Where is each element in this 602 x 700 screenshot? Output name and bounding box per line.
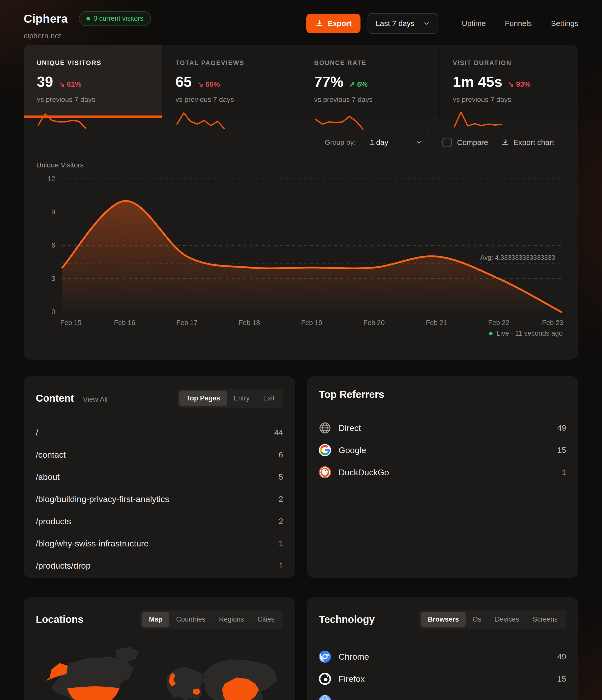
technology-panel: Technology Browsers Os Devices Screens — [307, 597, 578, 700]
svg-text:0: 0 — [51, 308, 55, 316]
page-row[interactable]: /44 — [36, 421, 283, 444]
browser-globe-icon — [319, 695, 331, 700]
page-row[interactable]: /blog/building-privacy-first-analytics2 — [36, 488, 283, 510]
tab-exit[interactable]: Exit — [256, 391, 281, 406]
svg-text:Feb 15: Feb 15 — [60, 319, 81, 327]
download-icon — [501, 139, 509, 147]
stat-tab-unique-visitors[interactable]: UNIQUE VISITORS 39 ↘ 61% vs previous 7 d… — [24, 45, 162, 118]
analytics-dashboard: Ciphera 0 current visitors ciphera.net E… — [0, 0, 602, 700]
svg-text:9: 9 — [51, 208, 55, 216]
stat-compare-label: vs previous 7 days — [37, 96, 149, 104]
stat-delta: ↘ 93% — [508, 80, 531, 89]
group-by-value: 1 day — [370, 138, 388, 147]
referrers-panel: Top Referrers Direct 49 — [307, 376, 578, 578]
page-row[interactable]: /about5 — [36, 466, 283, 488]
tab-cities[interactable]: Cities — [251, 612, 281, 627]
nav-funnels[interactable]: Funnels — [505, 19, 532, 28]
header: Ciphera 0 current visitors ciphera.net E… — [24, 0, 578, 45]
svg-text:Feb 17: Feb 17 — [176, 319, 198, 327]
tab-os[interactable]: Os — [466, 612, 488, 627]
export-label: Export — [327, 19, 351, 28]
content-tabs: Top Pages Entry Exit — [177, 389, 283, 408]
header-divider — [450, 17, 450, 30]
referrers-list: Direct 49 Google 15 — [319, 417, 566, 483]
browser-row[interactable]: Firefox 15 — [319, 668, 566, 690]
browser-row-cutoff[interactable] — [319, 690, 566, 700]
tab-countries[interactable]: Countries — [169, 612, 212, 627]
download-icon — [316, 19, 323, 27]
locations-panel: Locations Map Countries Regions Cities — [24, 597, 295, 700]
chart-controls: Group by: 1 day Compare Export chart — [36, 130, 566, 155]
world-map[interactable] — [36, 642, 283, 700]
referrer-row[interactable]: Direct 49 — [319, 417, 566, 439]
panels-row-2: Locations Map Countries Regions Cities — [24, 597, 578, 700]
referrer-row[interactable]: DuckDuckGo 1 — [319, 461, 566, 483]
svg-text:Feb 21: Feb 21 — [426, 319, 447, 327]
technology-title: Technology — [319, 614, 375, 625]
nav-settings[interactable]: Settings — [551, 19, 578, 28]
date-range-select[interactable]: Last 7 days — [368, 13, 438, 34]
header-actions: Export Last 7 days Uptime Funnels Settin… — [306, 13, 578, 34]
stat-value: 39 — [37, 73, 53, 90]
tab-regions[interactable]: Regions — [212, 612, 251, 627]
stat-tab-visit-duration[interactable]: VISIT DURATION 1m 45s ↘ 93% vs previous … — [440, 45, 578, 118]
stat-delta: ↗ 6% — [349, 80, 368, 89]
tab-browsers[interactable]: Browsers — [421, 612, 466, 627]
brand-title: Ciphera — [24, 12, 68, 25]
stat-compare-label: vs previous 7 days — [314, 96, 426, 104]
stat-delta: ↘ 66% — [197, 80, 220, 89]
tab-devices[interactable]: Devices — [488, 612, 526, 627]
site-domain: ciphera.net — [24, 31, 151, 40]
brand-block: Ciphera 0 current visitors ciphera.net — [24, 11, 151, 40]
unique-visitors-chart[interactable]: 036912Avg: 4.333333333333333Feb 15Feb 16… — [36, 169, 566, 328]
stat-label: TOTAL PAGEVIEWS — [175, 59, 287, 67]
stat-tab-bounce-rate[interactable]: BOUNCE RATE 77% ↗ 6% vs previous 7 days — [301, 45, 440, 118]
compare-label: Compare — [457, 138, 488, 147]
compare-control: Compare — [443, 138, 488, 147]
svg-text:Feb 16: Feb 16 — [114, 319, 135, 327]
tab-top-pages[interactable]: Top Pages — [179, 391, 227, 406]
compare-checkbox[interactable] — [443, 138, 452, 147]
page-row[interactable]: /contact6 — [36, 444, 283, 466]
locations-title: Locations — [36, 614, 83, 625]
page-row[interactable]: /products/drop1 — [36, 554, 283, 577]
live-dot-icon — [86, 17, 90, 20]
stat-compare-label: vs previous 7 days — [453, 96, 565, 104]
nav-uptime[interactable]: Uptime — [462, 19, 486, 28]
svg-text:12: 12 — [48, 175, 55, 182]
export-chart-button[interactable]: Export chart — [501, 138, 554, 147]
referrer-row[interactable]: Google 15 — [319, 439, 566, 461]
tab-map[interactable]: Map — [142, 612, 169, 627]
sparkline-chart — [175, 110, 226, 131]
svg-text:Feb 23: Feb 23 — [542, 319, 563, 327]
svg-text:6: 6 — [51, 242, 55, 249]
export-button[interactable]: Export — [306, 14, 360, 33]
date-range-value: Last 7 days — [376, 19, 414, 28]
locations-tabs: Map Countries Regions Cities — [141, 610, 283, 629]
sparkline-chart — [314, 110, 365, 131]
stat-tab-total-pageviews[interactable]: TOTAL PAGEVIEWS 65 ↘ 66% vs previous 7 d… — [162, 45, 301, 118]
sparkline-chart — [453, 110, 503, 131]
active-tab-indicator — [24, 116, 162, 118]
live-status: Live · 11 seconds ago — [36, 330, 566, 338]
browsers-list: Chrome 49 Firefox 15 — [319, 646, 566, 700]
tab-entry[interactable]: Entry — [227, 391, 256, 406]
group-by-select[interactable]: 1 day — [362, 132, 430, 153]
svg-text:Feb 20: Feb 20 — [363, 319, 385, 327]
chevron-down-icon — [416, 139, 422, 146]
svg-text:Avg: 4.333333333333333: Avg: 4.333333333333333 — [480, 254, 555, 261]
current-visitors-label: 0 current visitors — [94, 15, 144, 22]
world-map-svg — [36, 642, 283, 700]
stat-delta: ↘ 61% — [59, 80, 81, 89]
page-row[interactable]: /products2 — [36, 510, 283, 532]
chrome-icon — [319, 651, 331, 663]
content-panel: Content View All Top Pages Entry Exit /4… — [24, 376, 295, 578]
page-row[interactable]: /blog/why-swiss-infrastructure1 — [36, 532, 283, 554]
stat-compare-label: vs previous 7 days — [175, 96, 287, 104]
view-all-link[interactable]: View All — [83, 395, 108, 403]
tab-screens[interactable]: Screens — [526, 612, 565, 627]
top-pages-list: /44 /contact6 /about5 /blog/building-pri… — [36, 421, 283, 577]
map-country-usa — [67, 686, 120, 700]
browser-row[interactable]: Chrome 49 — [319, 646, 566, 668]
duckduckgo-icon — [319, 466, 331, 478]
